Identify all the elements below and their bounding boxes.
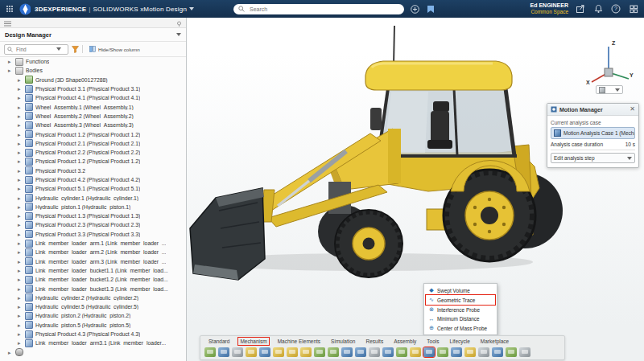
simulate-icon[interactable] <box>437 347 448 357</box>
filter-funnel-icon[interactable] <box>72 42 79 56</box>
tree-item[interactable]: ▸ Link_member_loader_arm.2 (Link_member_… <box>0 248 186 256</box>
expand-chevron-icon[interactable]: ▸ <box>18 313 23 318</box>
tree-item[interactable]: ▸ Wheel_Assembly.2 (Wheel_Assembly.2) <box>0 112 186 121</box>
expand-chevron-icon[interactable]: ▸ <box>18 141 23 146</box>
expand-chevron-icon[interactable]: ▸ <box>8 350 13 355</box>
action-bar-tab[interactable]: Assembly <box>392 338 418 345</box>
expand-chevron-icon[interactable]: ▸ <box>18 195 23 201</box>
find-box[interactable] <box>4 44 68 55</box>
panel-title-row[interactable]: Design Manager <box>0 28 186 42</box>
axes-triad[interactable]: Z X Y <box>584 37 634 85</box>
tree-item[interactable]: ▸ Link_member_loader_bucket1.3 (Link_mem… <box>0 284 186 293</box>
expand-chevron-icon[interactable]: ▸ <box>18 168 23 174</box>
tree-item[interactable]: ▸ Hydraulic_piston.2 (Hydraulic_piston.2… <box>0 311 186 320</box>
tree-item[interactable]: ▸ Physical Product 4.3 (Physical Product… <box>0 330 186 338</box>
expand-chevron-icon[interactable]: ▸ <box>8 68 13 73</box>
mechanism-manager-icon[interactable] <box>218 347 229 357</box>
collision-check-icon[interactable] <box>506 347 517 357</box>
expand-chevron-icon[interactable]: ▸ <box>18 158 23 164</box>
expand-chevron-icon[interactable]: ▸ <box>18 86 23 92</box>
flyout-item[interactable]: ∿ Geometric Trace <box>426 295 495 305</box>
sensor-icon[interactable] <box>492 347 503 357</box>
tree-item[interactable]: ▸ Wheel_Assembly.3 (Wheel_Assembly.3) <box>0 121 186 129</box>
gear-joint-icon[interactable] <box>314 347 325 357</box>
tree-item[interactable]: ▸ Link_member_loader_arm3.1 (Link_member… <box>0 338 186 347</box>
tree-item[interactable]: ▸ Hydraulic_piston.1 (Hydraulic_piston.1… <box>0 203 186 211</box>
user-block[interactable]: Ed ENGINEER Common Space <box>530 2 568 15</box>
tree-item[interactable]: ▸ Physical Product 2.1 (Physical Product… <box>0 139 186 148</box>
expand-chevron-icon[interactable]: ▸ <box>18 95 23 101</box>
expand-chevron-icon[interactable]: ▸ <box>18 77 23 83</box>
expand-chevron-icon[interactable]: ▸ <box>18 277 23 282</box>
tree-item[interactable]: ▸ Physical Product 5.1 (Physical Product… <box>0 184 186 193</box>
tree-item[interactable]: ▸ Physical Product 3.1 (Physical Product… <box>0 84 186 93</box>
new-joint-icon[interactable] <box>259 347 270 357</box>
expand-chevron-icon[interactable]: ▸ <box>18 268 23 273</box>
chevron-down-icon[interactable] <box>56 47 61 51</box>
widgets-grid-icon[interactable] <box>628 3 639 14</box>
apps-grid-icon[interactable] <box>4 3 15 14</box>
panel-menu-icon[interactable] <box>4 15 11 30</box>
tree-item[interactable]: ▸ Wheel_Assembly.1 (Wheel_Assembly.1) <box>0 102 186 111</box>
save-icon[interactable] <box>232 347 243 357</box>
view-selector[interactable] <box>596 85 623 94</box>
expand-chevron-icon[interactable]: ▸ <box>18 322 23 328</box>
action-bar-tab[interactable]: Mechanism <box>238 338 268 345</box>
tree-item[interactable]: ▸ Link_member_loader_bucket1.1 (Link_mem… <box>0 266 186 275</box>
tree-item[interactable]: ▸ Hydraulic_cylinder.2 (Hydraulic_cylind… <box>0 293 186 302</box>
action-bar-tab[interactable]: Marketplace <box>479 338 510 345</box>
expand-chevron-icon[interactable]: ▸ <box>18 304 23 310</box>
export-icon[interactable] <box>519 347 530 357</box>
exploded-view-icon[interactable] <box>246 347 257 357</box>
tree-item[interactable]: ▸ Physical Product 2.3 (Physical Product… <box>0 220 186 229</box>
chevron-down-icon[interactable] <box>176 33 181 36</box>
expand-chevron-icon[interactable]: ▸ <box>18 150 23 155</box>
expand-chevron-icon[interactable]: ▸ <box>18 213 23 219</box>
tree-item[interactable]: ▸ Physical Product 4.2 (Physical Product… <box>0 175 186 184</box>
search-box[interactable] <box>233 4 404 14</box>
expand-chevron-icon[interactable]: ▸ <box>18 222 23 228</box>
probe-tools-icon[interactable] <box>423 347 435 357</box>
search-input[interactable] <box>248 6 399 13</box>
expand-chevron-icon[interactable]: ▸ <box>18 122 23 128</box>
flyout-item[interactable]: ⊗ Interference Probe <box>426 305 495 314</box>
hide-show-column[interactable]: Hide/Show column <box>89 46 140 52</box>
tree-item[interactable]: ▸ Link_member_loader_arm.3 (Link_member_… <box>0 257 186 266</box>
action-bar-tab[interactable]: Lifecycle <box>448 338 472 345</box>
tree-item[interactable]: ▸ Hydraulic_cylinder.1 (Hydraulic_cylind… <box>0 193 186 202</box>
cylindrical-joint-icon[interactable] <box>300 347 312 357</box>
revolute-joint-icon[interactable] <box>273 347 284 357</box>
expand-chevron-icon[interactable]: ▸ <box>18 204 23 210</box>
tag-icon[interactable] <box>425 3 436 14</box>
tree-item[interactable]: ▸ Physical Product 3.3 (Physical Product… <box>0 230 186 239</box>
tree-item[interactable]: ▸ Ground (3D Shape00127288) <box>0 76 186 84</box>
3d-viewport[interactable]: Z X Y Motion Manager ✕ Current analysis … <box>187 18 644 361</box>
expand-chevron-icon[interactable]: ▸ <box>18 232 23 237</box>
close-icon[interactable]: ✕ <box>630 106 635 113</box>
chevron-down-icon[interactable] <box>189 7 194 10</box>
action-bar-tab[interactable]: Standard <box>207 338 231 345</box>
animate-icon[interactable] <box>451 347 462 357</box>
tree-item[interactable]: ▸ Physical Product 1.2 (Physical Product… <box>0 157 186 166</box>
expand-chevron-icon[interactable]: ▸ <box>18 259 23 265</box>
expand-chevron-icon[interactable]: ▸ <box>18 113 23 119</box>
motor-icon[interactable] <box>341 347 353 357</box>
actuator-icon[interactable] <box>355 347 366 357</box>
refresh-icon[interactable] <box>204 347 216 357</box>
coupling-joint-icon[interactable] <box>328 347 339 357</box>
tree-item[interactable]: ▸ <box>0 348 186 357</box>
expand-chevron-icon[interactable]: ▸ <box>18 177 23 183</box>
expand-chevron-icon[interactable]: ▸ <box>18 105 23 110</box>
measure-icon[interactable] <box>478 347 489 357</box>
tree-item[interactable]: ▸ Physical Product 4.1 (Physical Product… <box>0 93 186 102</box>
tree-item[interactable]: ▸ Functions <box>0 57 186 66</box>
duration-value[interactable]: 10 s <box>625 142 635 147</box>
action-bar-tab[interactable]: Machine Elements <box>276 338 322 345</box>
tree-item[interactable]: ▸ Link_member_loader_arm.1 (Link_member_… <box>0 239 186 248</box>
contact-icon[interactable] <box>382 347 394 357</box>
tree-item[interactable]: ▸ Physical Product 3.2 <box>0 166 186 175</box>
expand-chevron-icon[interactable]: ▸ <box>18 295 23 301</box>
share-icon[interactable] <box>575 3 586 14</box>
tree-item[interactable]: ▸ Physical Product 2.2 (Physical Product… <box>0 148 186 157</box>
notifications-bell-icon[interactable] <box>592 3 604 14</box>
